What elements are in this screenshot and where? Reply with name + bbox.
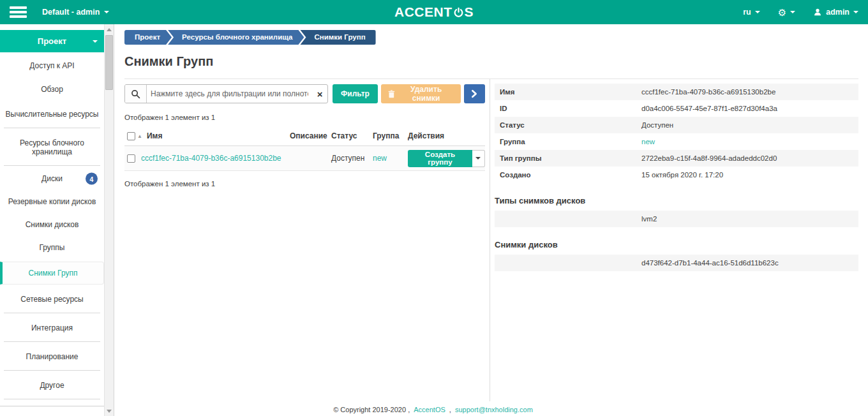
volume-count-badge: 4	[86, 173, 98, 185]
row-name-cell: cccf1fec-71ba-4079-b36c-a6915130b2be	[141, 154, 290, 163]
footer-separator: ,	[449, 406, 451, 413]
sidebar: Проект Доступ к API Обзор Вычислительные…	[0, 24, 104, 416]
detail-label: Статус	[495, 117, 636, 133]
scrollbar-up-arrow[interactable]	[105, 24, 114, 34]
caret-down-icon	[104, 11, 109, 13]
row-actions-cell: Создать группу	[408, 150, 485, 167]
power-icon	[453, 7, 463, 18]
caret-down-icon	[790, 11, 795, 13]
sidebar-scrollbar[interactable]	[104, 24, 114, 416]
detail-row-group-type: Тип группы 2722eba9-c15f-4a8f-9964-adade…	[495, 150, 858, 167]
detail-row-group: Группа new	[495, 133, 858, 150]
snapshot-name-link[interactable]: cccf1fec-71ba-4079-b36c-a6915130b2be	[141, 154, 281, 163]
detail-label: Создано	[495, 167, 636, 183]
detail-label: ID	[495, 100, 636, 117]
sidebar-item-volumes[interactable]: Диски 4	[0, 168, 104, 189]
details-panel: Имя cccf1fec-71ba-4079-b36c-a6915130b2be…	[495, 79, 858, 401]
sidebar-group-network[interactable]: Сетевые ресурсы	[4, 290, 100, 313]
support-email-link[interactable]: support@tnxholding.com	[455, 406, 533, 413]
filter-button[interactable]: Фильтр	[333, 84, 378, 103]
clear-search-icon[interactable]: ×	[312, 85, 327, 103]
topbar-right: ru ⚙ admin	[743, 8, 858, 17]
table-toolbar: × Фильтр Удалить снимки	[124, 84, 485, 103]
section-title-volume-snapshots: Снимки дисков	[495, 235, 858, 255]
copyright-text: © Copyright 2019-2020 ,	[333, 406, 410, 413]
context-label: Default - admin	[42, 8, 100, 17]
select-all-checkbox[interactable]	[127, 132, 135, 140]
breadcrumb-project[interactable]: Проект	[124, 30, 172, 45]
detail-value: cccf1fec-71ba-4079-b36c-a6915130b2be	[636, 84, 858, 100]
panel-divider	[490, 79, 490, 401]
logo-text-right: S	[464, 4, 474, 20]
sidebar-item-groups[interactable]: Группы	[0, 237, 104, 258]
detail-row-created: Создано 15 октября 2020 г. 17:20	[495, 167, 858, 183]
chevron-right-icon	[470, 89, 479, 98]
row-checkbox[interactable]	[127, 154, 135, 163]
header-name-cell: ▲ Имя	[141, 131, 290, 140]
result-count-bottom: Отображен 1 элемент из 1	[124, 180, 485, 188]
hamburger-menu-icon[interactable]	[10, 6, 27, 18]
table-row: cccf1fec-71ba-4079-b36c-a6915130b2be Дос…	[124, 146, 485, 171]
column-header-description[interactable]: Описание	[290, 131, 331, 140]
group-link[interactable]: new	[373, 154, 387, 163]
project-header-label: Проект	[38, 36, 66, 46]
sidebar-section-project[interactable]: Проект	[0, 30, 104, 52]
search-bar: ×	[124, 84, 328, 103]
delete-snapshots-button[interactable]: Удалить снимки	[381, 84, 461, 103]
sort-asc-icon: ▲	[137, 133, 142, 139]
row-action-dropdown-toggle[interactable]	[472, 150, 485, 167]
caret-down-icon	[475, 157, 481, 160]
row-checkbox-cell	[124, 154, 141, 163]
column-header-actions: Действия	[408, 131, 485, 140]
search-icon	[131, 89, 140, 99]
sidebar-item-group-snapshots[interactable]: Снимки Групп	[0, 262, 104, 285]
caret-down-icon	[853, 11, 858, 13]
detail-group-link[interactable]: new	[636, 133, 858, 150]
detail-value: 15 октября 2020 г. 17:20	[636, 167, 858, 183]
trash-icon	[388, 90, 395, 98]
sidebar-group-planning[interactable]: Планирование	[4, 348, 100, 371]
page-title: Снимки Групп	[124, 54, 858, 79]
sidebar-group-integration[interactable]: Интеграция	[4, 319, 100, 342]
main-content: Проект Ресурсы блочного хранилища Снимки…	[114, 24, 868, 416]
user-label: admin	[826, 8, 849, 17]
breadcrumb-current: Снимки Групп	[300, 30, 375, 45]
section-title-snapshot-types: Типы снимков дисков	[495, 191, 858, 211]
sidebar-item-overview[interactable]: Обзор	[0, 79, 104, 100]
table-panel: × Фильтр Удалить снимки	[124, 79, 485, 401]
column-header-group[interactable]: Группа	[373, 131, 408, 140]
search-input[interactable]	[147, 85, 312, 103]
detail-label: Тип группы	[495, 150, 636, 167]
sidebar-group-compute[interactable]: Вычислительные ресурсы	[4, 105, 100, 128]
caret-down-icon	[755, 11, 760, 13]
sidebar-item-api-access[interactable]: Доступ к API	[0, 56, 104, 76]
sidebar-group-block-storage[interactable]: Ресурсы блочного хранилища	[4, 134, 100, 166]
user-dropdown[interactable]: admin	[813, 8, 858, 17]
scrollbar-thumb[interactable]	[105, 35, 113, 90]
sidebar-item-volume-snapshots[interactable]: Снимки дисков	[0, 214, 104, 235]
row-group-cell: new	[373, 154, 408, 163]
column-header-status[interactable]: Статус	[331, 131, 373, 140]
accentos-link[interactable]: AccentOS	[414, 406, 445, 413]
create-group-button[interactable]: Создать группу	[408, 150, 472, 167]
search-icon-segment	[125, 85, 147, 103]
detail-label: Группа	[495, 133, 636, 150]
delete-button-label: Удалить снимки	[399, 85, 454, 103]
breadcrumb-block-storage[interactable]: Ресурсы блочного хранилища	[168, 30, 304, 45]
row-status-cell: Доступен	[331, 154, 373, 163]
settings-dropdown[interactable]: ⚙	[778, 8, 795, 17]
detail-row-status: Статус Доступен	[495, 117, 858, 133]
app-logo: ACCENT S	[394, 0, 474, 24]
domain-project-switcher[interactable]: Default - admin	[42, 8, 109, 17]
next-page-button[interactable]	[464, 84, 485, 103]
language-dropdown[interactable]: ru	[743, 8, 760, 17]
column-header-name[interactable]: Имя	[147, 131, 163, 140]
sidebar-item-label: Диски	[41, 174, 63, 183]
sidebar-group-other[interactable]: Другое	[4, 376, 100, 399]
detail-row-name: Имя cccf1fec-71ba-4079-b36c-a6915130b2be	[495, 84, 858, 100]
content-columns: × Фильтр Удалить снимки	[124, 79, 858, 401]
detail-value: d0a4c006-5547-45e7-87f1-e827d30f4a3a	[636, 100, 858, 117]
caret-down-icon	[93, 40, 98, 43]
sidebar-item-backups[interactable]: Резервные копии дисков	[0, 191, 104, 212]
detail-label: Имя	[495, 84, 636, 100]
